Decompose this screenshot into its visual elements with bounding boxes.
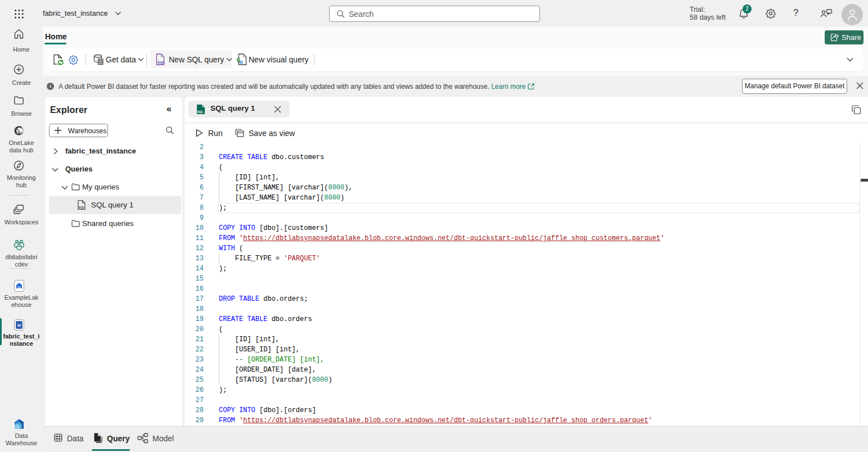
svg-text:SQL: SQL [197,110,204,114]
svg-text:SQL: SQL [158,60,165,64]
svg-text:SQL: SQL [79,206,86,209]
